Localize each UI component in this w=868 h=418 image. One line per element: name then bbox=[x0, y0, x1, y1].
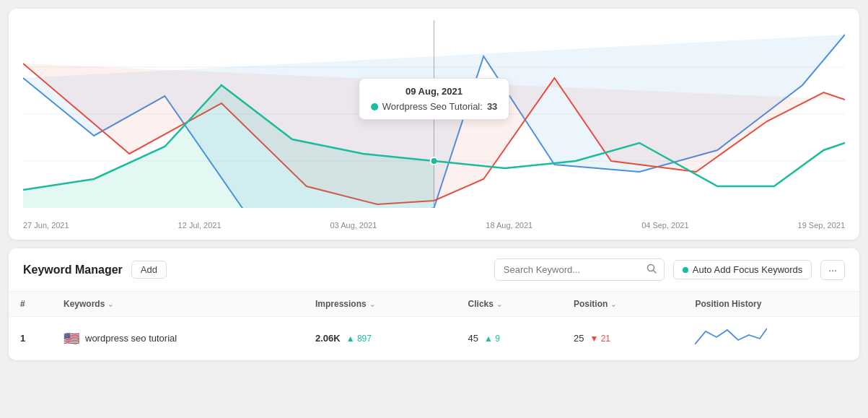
keyword-text: wordpress seo tutorial bbox=[85, 333, 177, 344]
col-impressions: Impressions ⌄ bbox=[304, 292, 457, 317]
clicks-sort-icon[interactable]: ⌄ bbox=[496, 300, 502, 308]
km-header: Keyword Manager Add Auto Add Focus Keywo… bbox=[9, 248, 859, 292]
col-hash: # bbox=[9, 292, 52, 317]
svg-line-9 bbox=[653, 271, 656, 274]
x-label-2: 03 Aug, 2021 bbox=[330, 221, 377, 230]
position-sort-icon[interactable]: ⌄ bbox=[610, 300, 616, 308]
row-history bbox=[683, 317, 859, 360]
add-button[interactable]: Add bbox=[131, 261, 167, 279]
impressions-change: ▲ 897 bbox=[346, 334, 372, 344]
auto-add-label: Auto Add Focus Keywords bbox=[693, 264, 802, 275]
tooltip-dot bbox=[371, 103, 378, 110]
row-rank: 1 bbox=[9, 317, 52, 360]
clicks-value: 45 bbox=[468, 333, 478, 344]
impressions-value: 2.06K bbox=[315, 333, 341, 344]
keyword-cell: 🇺🇸 wordpress seo tutorial bbox=[63, 331, 292, 347]
keyword-manager-card: Keyword Manager Add Auto Add Focus Keywo… bbox=[9, 248, 859, 360]
row-position: 25 ▼ 21 bbox=[562, 317, 684, 360]
chart-card: 09 Aug, 2021 Wordpress Seo Tutorial: 33 … bbox=[9, 9, 859, 240]
search-wrap bbox=[494, 258, 665, 281]
km-title: Keyword Manager bbox=[23, 264, 123, 277]
row-impressions: 2.06K ▲ 897 bbox=[304, 317, 457, 360]
search-icon-button[interactable] bbox=[639, 259, 664, 280]
more-options-button[interactable]: ··· bbox=[820, 260, 845, 280]
col-clicks: Clicks ⌄ bbox=[457, 292, 562, 317]
keywords-table: # Keywords ⌄ Impressions ⌄ bbox=[9, 292, 859, 360]
position-cell: 25 ▼ 21 bbox=[574, 333, 672, 344]
x-label-1: 12 Jul, 2021 bbox=[178, 221, 222, 230]
chart-x-labels: 27 Jun, 2021 12 Jul, 2021 03 Aug, 2021 1… bbox=[23, 215, 845, 238]
search-input[interactable] bbox=[495, 260, 639, 279]
keywords-sort-icon[interactable]: ⌄ bbox=[108, 300, 113, 308]
impressions-cell: 2.06K ▲ 897 bbox=[315, 333, 445, 344]
col-position: Position ⌄ bbox=[562, 292, 684, 317]
tooltip-label: Wordpress Seo Tutorial: bbox=[382, 101, 483, 112]
position-change: ▼ 21 bbox=[589, 334, 610, 344]
x-label-4: 04 Sep, 2021 bbox=[641, 221, 688, 230]
x-label-0: 27 Jun, 2021 bbox=[23, 221, 69, 230]
chart-tooltip: 09 Aug, 2021 Wordpress Seo Tutorial: 33 bbox=[359, 78, 510, 120]
chart-area: 09 Aug, 2021 Wordpress Seo Tutorial: 33 bbox=[23, 20, 845, 215]
chart-container: 09 Aug, 2021 Wordpress Seo Tutorial: 33 … bbox=[9, 9, 859, 240]
table-row: 1 🇺🇸 wordpress seo tutorial 2.06K ▲ 897 bbox=[9, 317, 859, 360]
row-clicks: 45 ▲ 9 bbox=[457, 317, 562, 360]
col-history: Position History bbox=[683, 292, 859, 317]
tooltip-item: Wordpress Seo Tutorial: 33 bbox=[371, 101, 498, 112]
keyword-flag: 🇺🇸 bbox=[63, 331, 79, 347]
table-header-row: # Keywords ⌄ Impressions ⌄ bbox=[9, 292, 859, 317]
auto-dot bbox=[683, 267, 688, 273]
auto-add-button[interactable]: Auto Add Focus Keywords bbox=[673, 260, 812, 279]
search-icon bbox=[646, 264, 657, 274]
clicks-cell: 45 ▲ 9 bbox=[468, 333, 551, 344]
position-value: 25 bbox=[574, 333, 584, 344]
sparkline-chart bbox=[695, 324, 767, 350]
clicks-change: ▲ 9 bbox=[484, 334, 500, 344]
tooltip-date: 09 Aug, 2021 bbox=[371, 86, 498, 97]
impressions-sort-icon[interactable]: ⌄ bbox=[369, 300, 375, 308]
col-keywords: Keywords ⌄ bbox=[52, 292, 304, 317]
x-label-3: 18 Aug, 2021 bbox=[486, 221, 532, 230]
tooltip-value: 33 bbox=[487, 101, 497, 112]
row-keyword: 🇺🇸 wordpress seo tutorial bbox=[52, 317, 304, 360]
x-label-5: 19 Sep, 2021 bbox=[798, 221, 845, 230]
